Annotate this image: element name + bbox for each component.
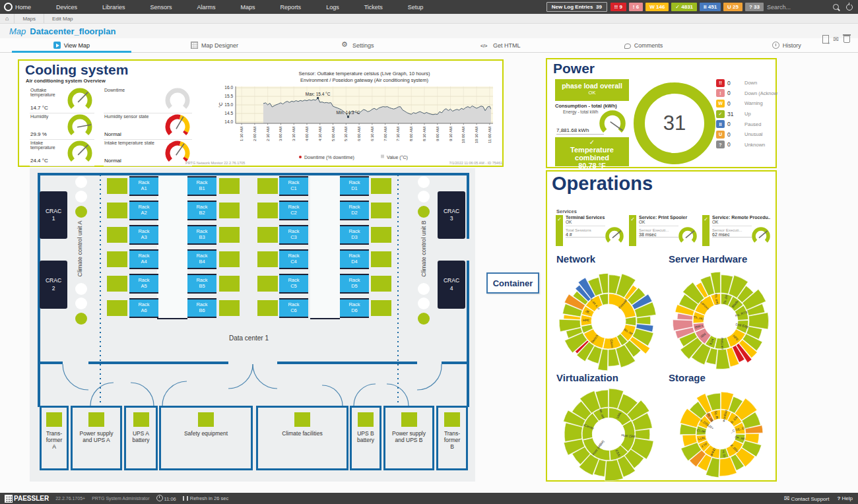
logout-icon[interactable]: [846, 4, 853, 11]
footer-refresh[interactable]: Refresh in 26 sec: [183, 495, 228, 501]
crac-1[interactable]: CRAC 1: [40, 191, 67, 239]
tab-view-map[interactable]: View Map: [0, 38, 143, 52]
status-tile[interactable]: [88, 412, 104, 427]
status-tile[interactable]: [371, 203, 391, 218]
tab-get-html[interactable]: Get HTML: [429, 38, 572, 52]
delete-icon[interactable]: [843, 36, 850, 43]
service-card-service-print-spooler[interactable]: ✓Service: Print SpoolerOKSensor Executi.…: [629, 215, 699, 246]
sunburst-server-hardware[interactable]: Th..(e)BladePo..R730Dell EdgeHPEProLiant…: [668, 268, 774, 374]
nav-item-tickets[interactable]: Tickets: [352, 4, 395, 11]
status-tile[interactable]: [401, 412, 417, 427]
status-tile[interactable]: [257, 178, 278, 194]
rack-rack-b6[interactable]: Rack B6: [187, 298, 216, 318]
gauge-intake-temperature[interactable]: Intake temperature24.4 °C: [30, 140, 94, 166]
status-tile[interactable]: [133, 412, 149, 427]
status-tile[interactable]: [371, 251, 391, 267]
status-tile[interactable]: [219, 251, 240, 267]
new-log-entries-badge[interactable]: New Log Entries 39: [546, 2, 607, 12]
gauge-humidity-sensor-state[interactable]: Humidity sensor stateNormal: [104, 113, 192, 140]
status-tile[interactable]: [107, 251, 127, 267]
home-icon[interactable]: ⌂: [0, 15, 14, 22]
nav-item-libraries[interactable]: Libraries: [90, 4, 138, 11]
status-tile[interactable]: [371, 227, 391, 243]
status-tile[interactable]: [444, 412, 460, 427]
status-badge-warning[interactable]: W 146: [645, 3, 669, 11]
status-tile[interactable]: [219, 178, 240, 194]
gauge-intake-temperature-state[interactable]: Intake temperature stateNormal: [104, 140, 192, 166]
search-input[interactable]: Search...: [767, 4, 830, 11]
rack-rack-d3[interactable]: Rack D3: [340, 225, 369, 245]
service-card-terminal-services[interactable]: ✓Terminal ServicesOKTotal Sessions4 #: [556, 215, 626, 246]
nav-item-reports[interactable]: Reports: [268, 4, 314, 11]
tab-map-designer[interactable]: Map Designer: [143, 38, 286, 52]
gauge-downtime[interactable]: Downtime: [104, 87, 192, 113]
status-tile[interactable]: [107, 227, 127, 243]
status-tile[interactable]: [107, 178, 127, 194]
status-badge-unknown[interactable]: ? 33: [745, 3, 764, 11]
sensor-status-donut[interactable]: 31: [634, 82, 715, 164]
phase-load-overall-object[interactable]: phase load overall OK: [555, 79, 629, 101]
rack-rack-c3[interactable]: Rack C3: [279, 225, 308, 245]
service-card-service-remote-procedu[interactable]: ✓Service: Remote Procedu...OKSensor Exec…: [702, 215, 772, 246]
nav-item-setup[interactable]: Setup: [395, 4, 436, 11]
rack-rack-d4[interactable]: Rack D4: [340, 249, 369, 269]
temperature-combined-object[interactable]: ✓ Temperature combined 80.78 °F: [555, 137, 629, 166]
status-tile[interactable]: [219, 300, 240, 316]
status-tile[interactable]: [371, 276, 391, 292]
tab-settings[interactable]: Settings: [286, 38, 429, 52]
rack-rack-a6[interactable]: Rack A6: [129, 298, 158, 318]
sunburst-virtualization[interactable]: VMsHost (SMB)ESXiH..P) Host (MBM)vCenter…: [556, 381, 661, 487]
status-tile[interactable]: [198, 412, 214, 427]
status-tile[interactable]: [371, 178, 391, 194]
outtake-temperature-chart[interactable]: 1:30 AM2:00 AM2:30 AM3:00 AM3:30 AM4:00 …: [184, 62, 505, 166]
status-tile[interactable]: [371, 300, 391, 316]
rack-rack-d2[interactable]: Rack D2: [340, 201, 369, 220]
help-link[interactable]: ? Help: [837, 495, 853, 501]
status-tile[interactable]: [219, 203, 240, 218]
breadcrumb-edit-map[interactable]: Edit Map: [44, 14, 81, 23]
nav-item-devices[interactable]: Devices: [44, 4, 90, 11]
rack-rack-c2[interactable]: Rack C2: [279, 201, 308, 220]
rack-rack-d5[interactable]: Rack D5: [340, 274, 369, 294]
status-tile[interactable]: [107, 300, 127, 316]
rack-rack-a1[interactable]: Rack A1: [129, 176, 158, 196]
rack-rack-c6[interactable]: Rack C6: [279, 298, 308, 318]
contact-support-link[interactable]: ✉ Contact Support: [784, 495, 829, 502]
rack-rack-b3[interactable]: Rack B3: [187, 225, 216, 245]
status-tile[interactable]: [358, 412, 374, 427]
rack-rack-b4[interactable]: Rack B4: [187, 249, 216, 269]
rack-rack-a3[interactable]: Rack A3: [129, 225, 158, 245]
status-badge-up[interactable]: ✓ 4831: [671, 3, 697, 11]
nav-item-logs[interactable]: Logs: [314, 4, 352, 11]
nav-item-home[interactable]: Home: [15, 4, 44, 11]
nav-item-alarms[interactable]: Alarms: [185, 4, 228, 11]
export-icon[interactable]: [822, 35, 829, 44]
status-tile[interactable]: [107, 203, 127, 218]
status-tile[interactable]: [257, 251, 278, 267]
status-tile[interactable]: [219, 276, 240, 292]
sunburst-network[interactable]: FirewallRo..terCiscoSwitchHPEJB..W..es x…: [556, 268, 661, 374]
rack-rack-c1[interactable]: Rack C1: [279, 176, 308, 196]
status-tile[interactable]: [257, 227, 278, 243]
gauge-humidity[interactable]: Humidity29.9 %: [30, 113, 94, 140]
rack-rack-d1[interactable]: Rack D1: [340, 176, 369, 196]
rack-rack-a2[interactable]: Rack A2: [129, 201, 158, 220]
breadcrumb-maps[interactable]: Maps: [14, 14, 44, 23]
status-tile[interactable]: [257, 203, 278, 218]
crac-4[interactable]: CRAC 4: [438, 261, 465, 309]
sunburst-storage[interactable]: wordtoolsB..OR_C DE..EMCDe..sk)X..00VH..…: [668, 381, 774, 487]
crac-3[interactable]: CRAC 3: [438, 191, 465, 239]
energy-gauge-card[interactable]: Consumption - total (kWh) Energy - total…: [555, 103, 629, 136]
status-tile[interactable]: [107, 276, 127, 292]
status-tile[interactable]: [219, 227, 240, 243]
status-tile[interactable]: [294, 412, 310, 427]
rack-rack-a5[interactable]: Rack A5: [129, 274, 158, 294]
rack-rack-d6[interactable]: Rack D6: [340, 298, 369, 318]
nav-item-maps[interactable]: Maps: [228, 4, 268, 11]
status-tile[interactable]: [46, 412, 62, 427]
rack-rack-b1[interactable]: Rack B1: [187, 176, 216, 196]
status-badge-down-acknowledged[interactable]: ! 6: [629, 3, 643, 11]
rack-rack-b2[interactable]: Rack B2: [187, 201, 216, 220]
email-icon[interactable]: ✉: [834, 36, 839, 43]
gauge-outtake-temperature[interactable]: Outtake temperature14.7 °C: [30, 87, 94, 113]
